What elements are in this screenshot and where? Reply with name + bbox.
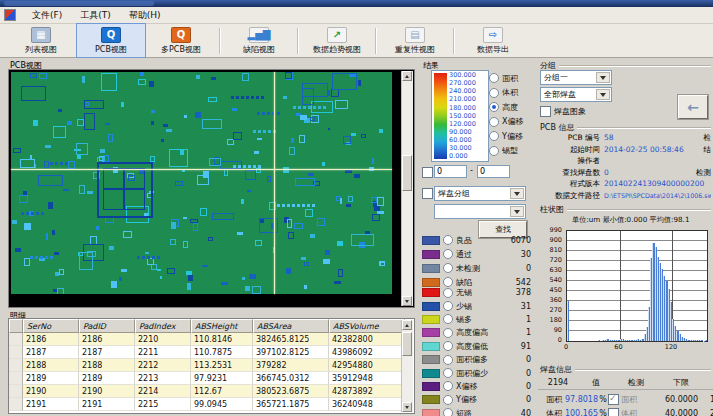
- toolbar-button[interactable]: Q PCB视图: [76, 23, 146, 58]
- scroll-up-icon[interactable]: [402, 320, 412, 330]
- metric-radio-row[interactable]: 体积: [489, 86, 535, 101]
- toolbar-button[interactable]: Q 多PCB视图: [146, 23, 216, 58]
- defect-row[interactable]: X偏移 0: [422, 380, 531, 393]
- defect-row[interactable]: 锡多 1: [422, 313, 531, 326]
- cell-padindex: 2214: [135, 385, 191, 398]
- defect-row[interactable]: 少锡 31: [422, 299, 531, 312]
- pad-group-checkbox[interactable]: [422, 188, 433, 199]
- toolbar-button[interactable]: ▦ 列表视图: [6, 23, 76, 58]
- defect-row[interactable]: Y偏移 0: [422, 393, 531, 406]
- radio-icon[interactable]: [489, 102, 499, 112]
- table-row[interactable]: 2189 2189 2213 97.9231 366745.0312 35912…: [9, 372, 414, 385]
- chevron-down-icon[interactable]: [510, 188, 524, 199]
- chevron-down-icon[interactable]: [596, 72, 610, 83]
- pad-image-checkbox[interactable]: [540, 106, 551, 117]
- radio-icon[interactable]: [443, 249, 453, 259]
- defect-row[interactable]: 无锡 378: [422, 286, 531, 299]
- pcb-component: [152, 256, 155, 259]
- radio-icon[interactable]: [443, 395, 453, 405]
- toolbar-button[interactable]: ⇨ 数据导出: [458, 23, 528, 58]
- scroll-down-icon[interactable]: [402, 402, 412, 412]
- radio-icon[interactable]: [443, 381, 453, 391]
- radio-icon[interactable]: [443, 355, 453, 365]
- secondary-select[interactable]: [434, 204, 526, 219]
- chevron-down-icon[interactable]: [596, 89, 610, 100]
- range-filter-checkbox[interactable]: [422, 167, 433, 178]
- pcb-info-row: 操作者: [540, 156, 711, 168]
- radio-icon[interactable]: [443, 235, 453, 245]
- pcb-canvas[interactable]: [8, 69, 415, 308]
- toolbar-button[interactable]: ▂▅▇ 缺陷视图: [224, 23, 294, 58]
- table-row[interactable]: 2186 2186 2210 110.8146 382465.8125 4238…: [9, 333, 414, 346]
- pad-check-cell[interactable]: 面积: [608, 394, 654, 405]
- summary-row[interactable]: 良品 6070: [422, 233, 531, 247]
- metric-radio-row[interactable]: Y偏移: [489, 129, 535, 144]
- row-selector[interactable]: [9, 346, 23, 359]
- scroll-thumb[interactable]: [402, 332, 412, 356]
- column-header[interactable]: ABSArea: [253, 319, 329, 333]
- row-selector[interactable]: [9, 359, 23, 372]
- pad-group-select[interactable]: 焊盘分组: [434, 186, 526, 201]
- back-arrow-button[interactable]: ←: [678, 95, 708, 119]
- menu-item[interactable]: 文件(F): [24, 7, 70, 24]
- radio-icon[interactable]: [443, 328, 453, 338]
- summary-row[interactable]: 通过 30: [422, 247, 531, 261]
- metric-radio-row[interactable]: 高度: [489, 100, 535, 115]
- pcb-component: [140, 72, 144, 76]
- radio-icon[interactable]: [443, 314, 453, 324]
- column-header[interactable]: SerNo: [23, 319, 79, 333]
- radio-icon[interactable]: [443, 263, 453, 273]
- metric-radio-row[interactable]: 面积: [489, 71, 535, 86]
- radio-icon[interactable]: [489, 146, 499, 156]
- table-row[interactable]: 2187 2187 2211 110.7875 397102.8125 4398…: [9, 346, 414, 359]
- radio-icon[interactable]: [489, 131, 499, 141]
- row-selector[interactable]: [9, 372, 23, 385]
- scroll-up-icon[interactable]: [402, 71, 412, 81]
- menu-item[interactable]: 工具(T): [72, 7, 119, 24]
- toolbar-button[interactable]: ↗ 数据趋势视图: [302, 23, 372, 58]
- radio-icon[interactable]: [443, 341, 453, 351]
- check-icon[interactable]: [608, 408, 619, 416]
- table-row[interactable]: 2190 2190 2214 112.67 380523.6875 428738…: [9, 385, 414, 398]
- pcb-component: [160, 276, 162, 280]
- defect-row[interactable]: 面积偏多 0: [422, 353, 531, 366]
- row-selector[interactable]: [9, 398, 23, 411]
- radio-icon[interactable]: [443, 288, 453, 298]
- scroll-down-icon[interactable]: [402, 296, 412, 306]
- column-header[interactable]: ABSHeight: [191, 319, 253, 333]
- table-row[interactable]: 2188 2188 2212 113.2531 379282 42954880: [9, 359, 414, 372]
- radio-icon[interactable]: [489, 88, 499, 98]
- pcb-scrollbar[interactable]: [401, 71, 413, 306]
- scroll-thumb[interactable]: [402, 155, 412, 191]
- defect-row[interactable]: 短路 40: [422, 407, 531, 416]
- radio-icon[interactable]: [489, 117, 499, 127]
- defect-row[interactable]: 面积偏少 0: [422, 366, 531, 379]
- radio-icon[interactable]: [489, 73, 499, 83]
- range-to-input[interactable]: [477, 165, 510, 178]
- metric-radio-row[interactable]: 锡型: [489, 144, 535, 159]
- row-selector[interactable]: [9, 385, 23, 398]
- group-select[interactable]: 分组一: [540, 70, 612, 85]
- menu-item[interactable]: 帮助(H): [121, 7, 169, 24]
- table-row[interactable]: 2191 2191 2215 99.0945 365721.1875 36240…: [9, 398, 414, 411]
- column-header[interactable]: ABSVolume: [329, 319, 405, 333]
- x-tick-label: 60: [614, 343, 622, 351]
- metric-radio-row[interactable]: X偏移: [489, 115, 535, 130]
- detail-scrollbar[interactable]: [401, 320, 413, 412]
- toolbar-button[interactable]: ▤ 重复性视图: [380, 23, 450, 58]
- defect-row[interactable]: 高度偏高 1: [422, 326, 531, 339]
- check-icon[interactable]: [608, 394, 619, 405]
- column-header[interactable]: PadID: [79, 319, 135, 333]
- column-header[interactable]: PadIndex: [135, 319, 191, 333]
- radio-icon[interactable]: [443, 368, 453, 378]
- radio-icon[interactable]: [443, 301, 453, 311]
- pad-filter-select[interactable]: 全部焊盘: [540, 87, 612, 102]
- pad-image-checkbox-row[interactable]: 焊盘图象: [540, 106, 586, 117]
- defect-row[interactable]: 高度偏低 91: [422, 340, 531, 353]
- radio-icon[interactable]: [443, 408, 453, 416]
- chevron-down-icon[interactable]: [510, 206, 524, 217]
- pad-check-cell[interactable]: 体积: [608, 408, 654, 416]
- summary-row[interactable]: 未检测 0: [422, 261, 531, 275]
- row-selector[interactable]: [9, 333, 23, 346]
- range-from-input[interactable]: [434, 165, 467, 178]
